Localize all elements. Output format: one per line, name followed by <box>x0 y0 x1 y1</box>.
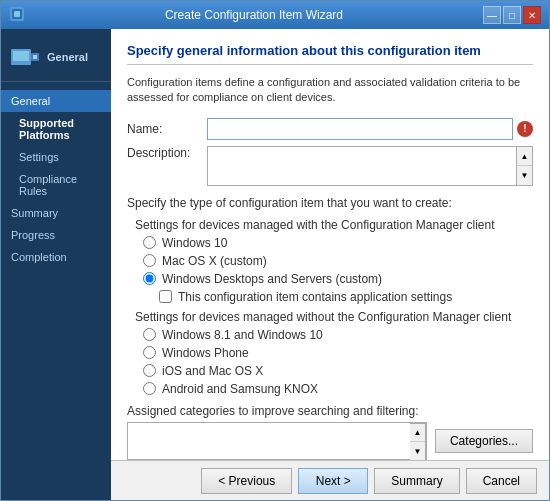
sidebar: General General Supported Platforms Sett… <box>1 29 111 500</box>
svg-rect-2 <box>14 11 20 17</box>
description-text: Configuration items define a configurati… <box>127 75 533 106</box>
sidebar-item-settings[interactable]: Settings <box>1 146 111 168</box>
description-input[interactable] <box>207 146 517 186</box>
assigned-row: ▲ ▼ Categories... <box>127 422 533 460</box>
radio-group-unmanaged: Windows 8.1 and Windows 10 Windows Phone… <box>143 328 533 396</box>
previous-button[interactable]: < Previous <box>201 468 292 494</box>
radio-macosx[interactable]: Mac OS X (custom) <box>143 254 533 268</box>
content-title: Specify general information about this c… <box>127 43 533 65</box>
radio-windows10[interactable]: Windows 10 <box>143 236 533 250</box>
title-bar: Create Configuration Item Wizard — □ ✕ <box>1 1 549 29</box>
description-scrollbar: ▲ ▼ <box>517 146 533 186</box>
checkbox-app-settings-input[interactable] <box>159 290 172 303</box>
radio-windows-desktops[interactable]: Windows Desktops and Servers (custom) <box>143 272 533 286</box>
assigned-area: ▲ ▼ <box>127 422 427 460</box>
minimize-button[interactable]: — <box>483 6 501 24</box>
sidebar-nav: General Supported Platforms Settings Com… <box>1 86 111 272</box>
sidebar-item-progress[interactable]: Progress <box>1 224 111 246</box>
assigned-section: Assigned categories to improve searching… <box>127 404 533 460</box>
assigned-list <box>128 423 410 459</box>
radio-ios-mac-label: iOS and Mac OS X <box>162 364 263 378</box>
radio-win81-label: Windows 8.1 and Windows 10 <box>162 328 323 342</box>
scroll-down-btn[interactable]: ▼ <box>517 166 532 185</box>
assigned-label: Assigned categories to improve searching… <box>127 404 533 418</box>
radio-windows10-input[interactable] <box>143 236 156 249</box>
sidebar-item-completion[interactable]: Completion <box>1 246 111 268</box>
radio-windows10-label: Windows 10 <box>162 236 227 250</box>
managed-with-label: Settings for devices managed with the Co… <box>127 218 533 232</box>
radio-android-input[interactable] <box>143 382 156 395</box>
title-bar-controls: — □ ✕ <box>483 6 541 24</box>
sidebar-item-compliance-rules[interactable]: Compliance Rules <box>1 168 111 202</box>
radio-windows-desktops-input[interactable] <box>143 272 156 285</box>
assigned-scroll-up[interactable]: ▲ <box>410 424 425 443</box>
svg-rect-5 <box>13 51 29 61</box>
radio-windows-desktops-label: Windows Desktops and Servers (custom) <box>162 272 382 286</box>
sidebar-header: General <box>1 29 111 82</box>
close-button[interactable]: ✕ <box>523 6 541 24</box>
checkbox-app-settings-label: This configuration item contains applica… <box>178 290 452 304</box>
sidebar-item-summary[interactable]: Summary <box>1 202 111 224</box>
radio-winphone-input[interactable] <box>143 346 156 359</box>
next-button[interactable]: Next > <box>298 468 368 494</box>
radio-winphone[interactable]: Windows Phone <box>143 346 533 360</box>
categories-button[interactable]: Categories... <box>435 429 533 453</box>
description-row: Description: ▲ ▼ <box>127 146 533 186</box>
radio-macosx-input[interactable] <box>143 254 156 267</box>
radio-ios-mac-input[interactable] <box>143 364 156 377</box>
name-label: Name: <box>127 122 207 136</box>
name-error-icon: ! <box>517 121 533 137</box>
sidebar-item-supported-platforms[interactable]: Supported Platforms <box>1 112 111 146</box>
content-area: Specify general information about this c… <box>111 29 549 460</box>
radio-winphone-label: Windows Phone <box>162 346 249 360</box>
wizard-window: Create Configuration Item Wizard — □ ✕ G… <box>0 0 550 501</box>
section-label: Specify the type of configuration item t… <box>127 196 533 210</box>
description-label: Description: <box>127 146 207 160</box>
radio-android[interactable]: Android and Samsung KNOX <box>143 382 533 396</box>
scroll-up-btn[interactable]: ▲ <box>517 147 532 167</box>
sidebar-item-general[interactable]: General <box>1 90 111 112</box>
summary-button[interactable]: Summary <box>374 468 459 494</box>
assigned-scroll-down[interactable]: ▼ <box>410 442 425 460</box>
radio-ios-mac[interactable]: iOS and Mac OS X <box>143 364 533 378</box>
sidebar-header-text: General <box>47 51 88 63</box>
name-row: Name: ! <box>127 118 533 140</box>
radio-macosx-label: Mac OS X (custom) <box>162 254 267 268</box>
title-bar-icon <box>9 6 25 25</box>
maximize-button[interactable]: □ <box>503 6 521 24</box>
wizard-body: General General Supported Platforms Sett… <box>1 29 549 500</box>
radio-android-label: Android and Samsung KNOX <box>162 382 318 396</box>
radio-win81-input[interactable] <box>143 328 156 341</box>
title-bar-title: Create Configuration Item Wizard <box>25 8 483 22</box>
cancel-button[interactable]: Cancel <box>466 468 537 494</box>
name-input[interactable] <box>207 118 513 140</box>
radio-win81[interactable]: Windows 8.1 and Windows 10 <box>143 328 533 342</box>
checkbox-app-settings[interactable]: This configuration item contains applica… <box>159 290 533 304</box>
radio-group-managed: Windows 10 Mac OS X (custom) Windows Des… <box>143 236 533 286</box>
managed-without-label: Settings for devices managed without the… <box>127 310 533 324</box>
assigned-scrollbar: ▲ ▼ <box>410 423 426 460</box>
footer: < Previous Next > Summary Cancel <box>111 460 549 500</box>
svg-rect-7 <box>33 55 37 59</box>
